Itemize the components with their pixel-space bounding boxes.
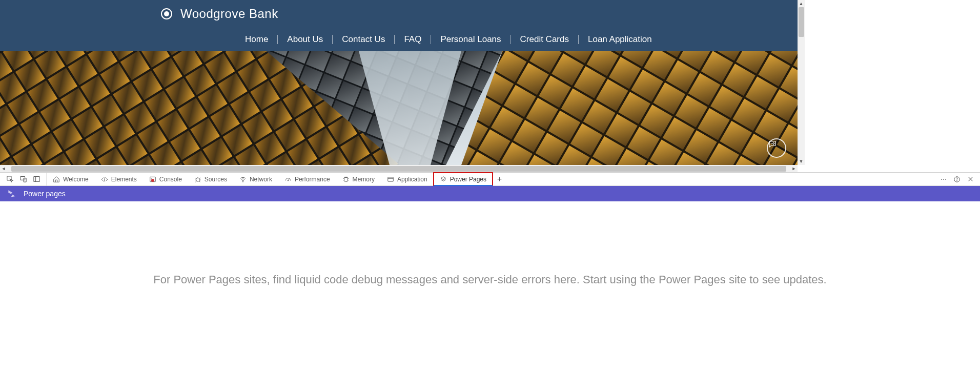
svg-point-22 [288,180,288,180]
tab-label: Application [397,176,427,183]
devtools-tabstrip: Welcome Elements Console Sources Network… [0,173,980,186]
chat-button[interactable] [767,138,786,158]
svg-rect-24 [388,177,394,181]
nav-link-home[interactable]: Home [236,35,278,44]
tab-label: Console [159,176,182,183]
nav-link-personal-loans[interactable]: Personal Loans [431,35,511,44]
page-scrollbar-vertical[interactable]: ▲ ▼ [798,0,805,165]
primary-nav: Home About Us Contact Us FAQ Personal Lo… [0,28,798,51]
home-icon [53,176,60,183]
scroll-x-thumb[interactable] [11,166,786,172]
help-icon[interactable] [950,173,964,186]
more-icon[interactable]: ⋯ [937,173,950,186]
svg-point-21 [242,181,243,182]
gauge-icon [284,176,292,183]
tab-elements[interactable]: Elements [95,173,143,185]
scroll-x-track[interactable] [7,165,790,172]
devtools: Welcome Elements Console Sources Network… [0,172,980,372]
wifi-icon [239,176,247,183]
brand-row: Woodgrove Bank [0,0,798,28]
svg-rect-14 [7,176,11,180]
panel-empty-message: For Power Pages sites, find liquid code … [153,273,826,286]
tab-label: Performance [295,176,330,183]
devtools-right-controls: ⋯ [937,173,980,185]
devtools-left-controls [0,173,47,185]
panel-title: Power pages [24,190,66,198]
scroll-down-arrow-icon[interactable]: ▼ [798,158,805,165]
inspect-element-icon[interactable] [3,173,16,186]
power-pages-panel-header: Power pages [0,186,980,201]
scroll-up-arrow-icon[interactable]: ▲ [798,0,805,7]
tab-memory[interactable]: Memory [336,173,381,185]
tab-network[interactable]: Network [233,173,278,185]
svg-point-27 [957,180,957,181]
nav-link-about-us[interactable]: About Us [278,35,333,44]
scroll-y-track[interactable] [798,7,805,158]
tab-power-pages[interactable]: Power Pages [434,173,493,185]
tab-label: Sources [205,176,227,183]
tab-label: Network [250,176,272,183]
tab-console[interactable]: Console [143,173,188,185]
power-pages-logo-icon [6,188,17,199]
svg-point-20 [196,178,199,181]
svg-rect-17 [33,177,39,182]
scroll-right-arrow-icon[interactable]: ► [790,165,798,172]
svg-rect-23 [344,177,348,181]
nav-link-credit-cards[interactable]: Credit Cards [511,35,579,44]
site-header: Woodgrove Bank Home About Us Contact Us … [0,0,798,51]
power-pages-icon [440,176,447,183]
add-tab-button[interactable]: ＋ [493,173,506,185]
tab-label: Memory [353,176,375,183]
tab-label: Welcome [63,176,89,183]
tab-application[interactable]: Application [381,173,434,185]
hero-image [0,51,798,165]
brand-logo-icon [161,8,172,19]
tab-performance[interactable]: Performance [278,173,336,185]
page-scrollbar-horizontal[interactable]: ◄ ► [0,165,798,172]
page-viewport: Woodgrove Bank Home About Us Contact Us … [0,0,805,172]
device-emulation-icon[interactable] [16,173,30,186]
error-badge-icon [151,179,154,182]
website-area: Woodgrove Bank Home About Us Contact Us … [0,0,798,165]
tab-label: Elements [111,176,137,183]
scroll-y-thumb[interactable] [799,7,804,37]
brand-name: Woodgrove Bank [180,7,278,21]
window-icon [387,176,394,183]
chip-icon [342,176,350,183]
scroll-left-arrow-icon[interactable]: ◄ [0,165,7,172]
tab-welcome[interactable]: Welcome [47,173,95,185]
svg-marker-12 [461,51,798,165]
bug-icon [194,176,201,183]
tab-label: Power Pages [450,176,486,183]
close-icon[interactable] [964,173,977,186]
power-pages-panel-body: For Power Pages sites, find liquid code … [0,201,980,372]
nav-link-contact-us[interactable]: Contact Us [333,35,395,44]
nav-link-faq[interactable]: FAQ [395,35,431,44]
tab-sources[interactable]: Sources [188,173,233,185]
nav-link-loan-application[interactable]: Loan Application [579,35,661,44]
activity-bar-icon[interactable] [30,173,43,186]
console-icon [149,176,156,183]
code-icon [101,176,108,183]
